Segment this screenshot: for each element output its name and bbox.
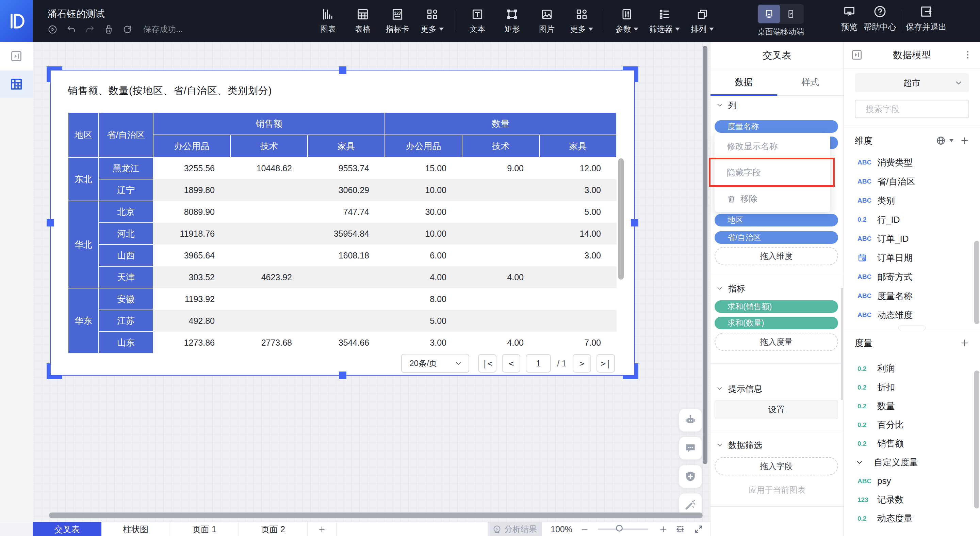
menu-item-rename[interactable]: 修改显示名称 [714, 133, 830, 160]
page-number-input[interactable] [526, 354, 551, 373]
comments-button[interactable] [679, 437, 702, 460]
search-input[interactable] [865, 104, 976, 115]
add-dimension-icon[interactable] [959, 136, 970, 146]
dimension-scrollbar[interactable] [974, 241, 979, 324]
tool-kpi-card[interactable]: 123 指标卡 [385, 8, 410, 34]
panel-scrollbar[interactable] [841, 288, 843, 400]
section-columns[interactable]: 列 [716, 99, 737, 112]
refresh-icon[interactable] [123, 24, 132, 34]
tool-text[interactable]: 文本 [465, 8, 490, 34]
sheet-tab[interactable]: 页面 2 [239, 522, 308, 536]
field-item[interactable]: ABC类别 [844, 191, 980, 210]
dataset-select[interactable]: 超市 [855, 73, 969, 92]
ai-assistant-button[interactable] [679, 408, 702, 432]
caret-down-icon[interactable] [950, 139, 953, 142]
selection-mid-handle[interactable] [47, 219, 54, 227]
page-size-select[interactable]: 20条/页 [401, 354, 469, 373]
menu-item-remove[interactable]: 移除 [714, 186, 830, 212]
desktop-toggle-button[interactable] [758, 5, 780, 23]
field-item[interactable]: 0.2销售额 [844, 434, 980, 453]
column-pill-region[interactable]: 地区 [714, 214, 838, 227]
add-protection-button[interactable] [679, 465, 702, 488]
tool-filter[interactable]: 筛选器 [649, 8, 680, 34]
sheet-tab[interactable]: 页面 1 [170, 522, 239, 536]
tool-more-media[interactable]: 更多 [569, 8, 594, 34]
field-item[interactable]: ABCpsy [844, 472, 980, 490]
kebab-menu-icon[interactable] [962, 49, 973, 60]
sheet-tab[interactable]: 交叉表 [33, 522, 102, 536]
sidebar-item-components[interactable] [0, 70, 33, 98]
selection-mid-handle[interactable] [339, 372, 347, 379]
drop-dimension-zone[interactable]: 拖入维度 [714, 247, 838, 265]
selection-corner-handle[interactable] [47, 363, 62, 379]
measure-scrollbar[interactable] [974, 370, 979, 509]
drop-measure-zone[interactable]: 拖入度量 [714, 333, 838, 351]
field-item[interactable]: 订单日期 [844, 248, 980, 267]
panel-resize-handle[interactable] [898, 325, 926, 330]
selection-corner-handle[interactable] [47, 66, 62, 82]
sheet-tab[interactable]: 柱状图 [102, 522, 170, 536]
field-item[interactable]: ABC邮寄方式 [844, 267, 980, 286]
field-item[interactable]: 0.2百分比 [844, 415, 980, 434]
last-page-button[interactable]: >| [597, 354, 615, 373]
field-item[interactable]: 123记录数 [844, 490, 980, 509]
tab-data[interactable]: 数据 [711, 69, 777, 95]
field-item[interactable]: 0.2利润 [844, 359, 980, 378]
selection-mid-handle[interactable] [339, 66, 347, 74]
dashboard-canvas[interactable]: 销售额、数量(按地区、省/自治区、类别划分) 地区省/自治区销售额数量办公用品技… [33, 42, 710, 522]
field-item[interactable]: ABC省/自治区 [844, 172, 980, 191]
field-item[interactable]: ABC度量名称 [844, 286, 980, 305]
section-metrics[interactable]: 指标 [716, 282, 745, 295]
tab-style[interactable]: 样式 [777, 69, 844, 95]
fit-width-button[interactable] [675, 524, 685, 534]
app-logo[interactable] [0, 0, 33, 42]
field-item[interactable]: 0.2数量 [844, 397, 980, 415]
tool-more-charts[interactable]: 更多 [420, 8, 444, 34]
table-vertical-scrollbar[interactable] [618, 158, 624, 279]
run-history-icon[interactable] [48, 24, 57, 34]
zoom-slider-knob[interactable] [616, 525, 623, 531]
metric-pill-quantity-sum[interactable]: 求和(数量) [714, 317, 838, 329]
tool-table[interactable]: 表格 [350, 8, 375, 34]
add-measure-icon[interactable] [959, 338, 970, 348]
expand-panel-button[interactable] [0, 42, 33, 70]
undo-icon[interactable] [66, 24, 76, 34]
zoom-slider-track[interactable] [598, 528, 648, 530]
clear-canvas-icon[interactable] [104, 24, 114, 34]
tool-rectangle[interactable]: 矩形 [500, 8, 524, 34]
metric-pill-sales-sum[interactable]: 求和(销售额) [714, 300, 838, 313]
next-page-button[interactable]: > [573, 354, 591, 373]
cross-table-widget[interactable]: 销售额、数量(按地区、省/自治区、类别划分) 地区省/自治区销售额数量办公用品技… [50, 70, 635, 376]
selection-corner-handle[interactable] [623, 66, 638, 82]
field-item[interactable]: ABC订单_ID [844, 229, 980, 248]
field-item[interactable]: 0.2行_ID [844, 210, 980, 229]
analysis-result-button[interactable]: 分析结果 [488, 522, 542, 536]
drop-filter-field-zone[interactable]: 拖入字段 [714, 457, 838, 475]
mobile-toggle-button[interactable] [780, 5, 802, 23]
zoom-out-button[interactable] [580, 525, 589, 534]
tool-image[interactable]: 图片 [535, 8, 559, 34]
section-tooltip[interactable]: 提示信息 [716, 383, 762, 395]
column-pill-province[interactable]: 省/自治区 [714, 231, 838, 244]
first-page-button[interactable]: |< [478, 354, 496, 373]
tooltip-settings-button[interactable]: 设置 [714, 400, 838, 419]
field-item[interactable]: 自定义度量 [844, 453, 980, 472]
selection-mid-handle[interactable] [631, 219, 638, 227]
fullscreen-button[interactable] [694, 524, 704, 534]
selection-corner-handle[interactable] [623, 363, 638, 379]
field-item[interactable]: ABC动态维度 [844, 305, 980, 324]
field-item[interactable]: 0.2折扣 [844, 378, 980, 397]
save-and-exit-button[interactable]: 保存并退出 [906, 5, 947, 32]
field-item[interactable]: 0.2动态度量 [844, 509, 980, 528]
tool-arrange[interactable]: 排列 [690, 8, 714, 34]
zoom-in-button[interactable] [659, 525, 668, 534]
add-sheet-button[interactable] [308, 522, 337, 536]
column-pill-measure-name[interactable]: 度量名称 [714, 120, 838, 133]
tool-chart[interactable]: 图表 [316, 8, 340, 34]
prev-page-button[interactable]: < [502, 354, 520, 373]
redo-icon[interactable] [85, 24, 95, 34]
preview-button[interactable]: 预览 [841, 5, 858, 32]
field-item[interactable]: ABC消费类型 [844, 153, 980, 172]
canvas-horizontal-scrollbar[interactable] [49, 512, 703, 518]
globe-icon[interactable] [936, 136, 946, 146]
